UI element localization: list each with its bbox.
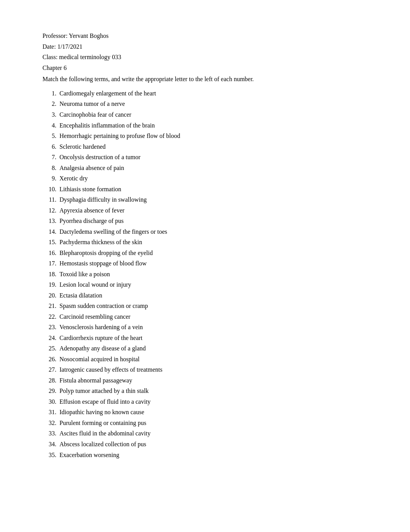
- class-line: Class: medical terminology 033: [42, 52, 379, 62]
- professor-line: Professor: Yervant Boghos: [42, 31, 379, 41]
- list-item: Dactyledema swelling of the fingers or t…: [58, 226, 379, 237]
- list-item: Spasm sudden contraction or cramp: [58, 301, 379, 311]
- list-item: Cardiorrhexis rupture of the heart: [58, 333, 379, 343]
- list-item: Nosocomial acquired in hospital: [58, 354, 379, 365]
- terms-list: Cardiomegaly enlargement of the heartNeu…: [42, 88, 379, 460]
- list-item: Dysphagia difficulty in swallowing: [58, 194, 379, 205]
- list-item: Pachyderma thickness of the skin: [58, 237, 379, 248]
- list-item: Apyrexia absence of fever: [58, 205, 379, 216]
- list-item: Encephalitis inflammation of the brain: [58, 120, 379, 131]
- list-item: Effusion escape of fluid into a cavity: [58, 396, 379, 407]
- list-item: Ascites fluid in the abdominal cavity: [58, 428, 379, 439]
- list-item: Venosclerosis hardening of a vein: [58, 322, 379, 333]
- list-item: Xerotic dry: [58, 173, 379, 184]
- list-item: Ectasia dilatation: [58, 290, 379, 301]
- list-item: Cardiomegaly enlargement of the heart: [58, 88, 379, 99]
- list-item: Polyp tumor attached by a thin stalk: [58, 386, 379, 396]
- list-item: Blepharoptosis dropping of the eyelid: [58, 248, 379, 258]
- list-item: Pyorrhea discharge of pus: [58, 216, 379, 226]
- list-item: Iatrogenic caused by effects of treatmen…: [58, 364, 379, 375]
- list-item: Carcinophobia fear of cancer: [58, 109, 379, 120]
- list-item: Purulent forming or containing pus: [58, 418, 379, 428]
- list-item: Toxoid like a poison: [58, 269, 379, 280]
- list-item: Idiopathic having no known cause: [58, 407, 379, 418]
- list-item: Carcinoid resembling cancer: [58, 311, 379, 322]
- list-item: Exacerbation worsening: [58, 450, 379, 461]
- date-line: Date: 1/17/2021: [42, 42, 379, 52]
- list-item: Sclerotic hardened: [58, 141, 379, 152]
- list-item: Fistula abnormal passageway: [58, 375, 379, 386]
- list-item: Adenopathy any disease of a gland: [58, 343, 379, 354]
- chapter-line: Chapter 6: [42, 63, 379, 73]
- list-item: Oncolysis destruction of a tumor: [58, 152, 379, 163]
- list-item: Hemostasis stoppage of blood flow: [58, 258, 379, 269]
- list-item: Analgesia absence of pain: [58, 163, 379, 173]
- list-item: Abscess localized collection of pus: [58, 439, 379, 450]
- list-item: Lesion local wound or injury: [58, 279, 379, 290]
- list-item: Neuroma tumor of a nerve: [58, 99, 379, 109]
- list-item: Lithiasis stone formation: [58, 184, 379, 195]
- list-item: Hemorrhagic pertaining to profuse flow o…: [58, 131, 379, 141]
- instructions: Match the following terms, and write the…: [42, 74, 379, 84]
